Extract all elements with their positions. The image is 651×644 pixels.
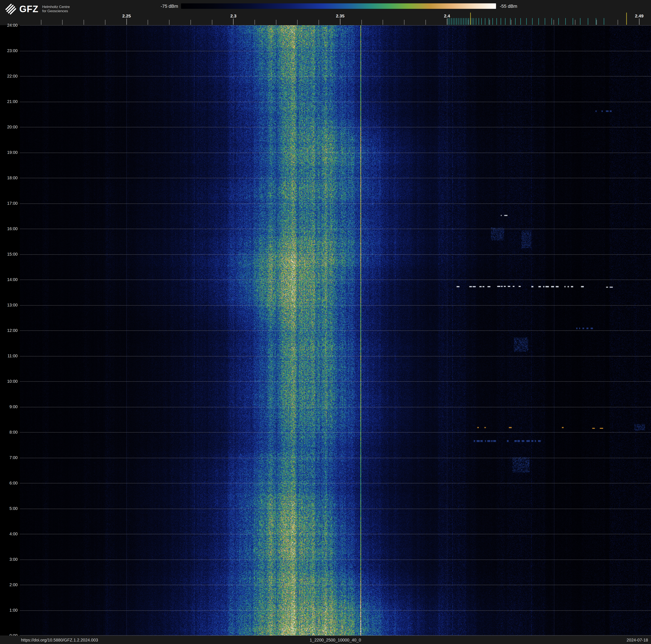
frequency-minor-tick — [596, 20, 597, 25]
frequency-tick-label: 2.4 — [444, 13, 450, 19]
frequency-major-tick — [639, 19, 640, 25]
doi-link[interactable]: https://doi.org/10.5880/GFZ.1.2.2024.003 — [21, 638, 98, 642]
frequency-minor-tick — [169, 20, 169, 25]
frequency-axis: 2.252.32.352.42.49 — [20, 0, 651, 25]
rfi-marker-tick — [505, 18, 505, 25]
frequency-tick-label: 2.35 — [336, 13, 344, 19]
time-tick-label: 14:00 — [7, 277, 18, 282]
time-tick-label: 19:00 — [7, 150, 18, 155]
time-tick-label: 12:00 — [7, 328, 18, 333]
rfi-marker-tick — [463, 18, 464, 25]
frequency-minor-tick — [212, 20, 212, 25]
rfi-marker-tick — [545, 18, 545, 25]
time-tick-label: 22:00 — [7, 74, 18, 79]
rfi-marker-tick — [532, 18, 533, 25]
rfi-marker-tick — [515, 18, 516, 25]
rfi-marker-tick — [558, 18, 559, 25]
rfi-marker-tick — [510, 18, 510, 25]
frequency-minor-tick — [190, 20, 191, 25]
time-tick-label: 16:00 — [7, 226, 18, 231]
time-tick-label: 15:00 — [7, 252, 18, 257]
spectrogram-plot — [20, 25, 651, 636]
time-tick-label: 6:00 — [9, 481, 18, 486]
frequency-minor-tick — [404, 20, 404, 25]
frequency-minor-tick — [148, 20, 148, 25]
frequency-minor-tick — [362, 20, 362, 25]
rfi-marker-tick — [596, 18, 596, 25]
rfi-marker-tick — [485, 18, 485, 25]
frequency-minor-tick — [383, 20, 383, 25]
rfi-marker-tick-strong — [470, 12, 471, 25]
frequency-major-tick — [233, 19, 234, 25]
rfi-marker-tick — [453, 18, 454, 25]
frequency-tick-label: 2.49 — [635, 13, 644, 19]
time-tick-label: 9:00 — [9, 404, 18, 409]
rfi-marker-tick — [473, 18, 474, 25]
rfi-marker-tick — [552, 18, 552, 25]
frequency-minor-tick — [618, 20, 618, 25]
rfi-marker-tick — [565, 18, 566, 25]
rfi-marker-tick — [501, 18, 501, 25]
rfi-marker-tick — [588, 18, 588, 25]
time-tick-label: 20:00 — [7, 125, 18, 129]
rfi-marker-tick — [462, 18, 462, 25]
time-tick-label: 24:00 — [7, 23, 18, 28]
time-tick-label: 10:00 — [7, 379, 18, 384]
frequency-minor-tick — [575, 20, 576, 25]
time-tick-label: 4:00 — [9, 531, 18, 536]
rfi-marker-tick — [458, 18, 459, 25]
time-tick-label: 2:00 — [9, 582, 18, 587]
spectrogram-page: GFZ Helmholtz Centre for Geosciences -75… — [0, 0, 651, 644]
rfi-marker-tick — [467, 18, 467, 25]
dataset-id: 1_2200_2500_10000_40_0 — [310, 638, 361, 642]
frequency-minor-tick — [254, 20, 255, 25]
time-tick-label: 17:00 — [7, 201, 18, 206]
rfi-marker-tick — [476, 18, 476, 25]
frequency-minor-tick — [554, 20, 554, 25]
rfi-marker-tick — [573, 18, 573, 25]
rfi-marker-tick — [455, 18, 455, 25]
rfi-marker-tick — [489, 18, 489, 25]
frequency-major-tick — [340, 19, 340, 25]
footer-bar: https://doi.org/10.5880/GFZ.1.2.2024.003… — [0, 636, 651, 644]
frequency-minor-tick — [41, 20, 41, 25]
rfi-marker-tick — [450, 18, 450, 25]
time-tick-label: 21:00 — [7, 99, 18, 104]
time-tick-label: 8:00 — [9, 430, 18, 435]
rfi-marker-tick — [472, 18, 472, 25]
time-tick-label: 1:00 — [9, 608, 18, 613]
time-tick-label: 7:00 — [9, 455, 18, 460]
frequency-minor-tick — [105, 20, 105, 25]
frequency-minor-tick — [511, 20, 512, 25]
rfi-marker-tick — [496, 18, 497, 25]
rfi-marker-tick — [478, 18, 479, 25]
time-tick-label: 3:00 — [9, 557, 18, 562]
frequency-minor-tick — [318, 20, 319, 25]
time-tick-label: 13:00 — [7, 303, 18, 308]
rfi-marker-tick — [481, 18, 482, 25]
rfi-marker-tick — [460, 18, 460, 25]
rfi-marker-tick — [538, 18, 539, 25]
rfi-marker-tick — [526, 18, 527, 25]
frequency-tick-label: 2.25 — [122, 13, 131, 19]
spectrogram-canvas — [20, 25, 651, 636]
rfi-marker-tick — [465, 18, 465, 25]
frequency-minor-tick — [276, 20, 276, 25]
rfi-marker-tick — [604, 18, 604, 25]
frequency-minor-tick — [297, 20, 298, 25]
footer-date: 2024-07-18 — [627, 638, 648, 642]
rfi-marker-tick — [520, 18, 521, 25]
rfi-marker-tick — [580, 18, 581, 25]
time-axis: 24:0023:0022:0021:0020:0019:0018:0017:00… — [0, 0, 20, 644]
rfi-marker-tick — [456, 18, 457, 25]
frequency-minor-tick — [426, 20, 426, 25]
frequency-minor-tick — [62, 20, 63, 25]
frequency-minor-tick — [490, 20, 490, 25]
frequency-minor-tick — [84, 20, 84, 25]
time-tick-label: 18:00 — [7, 176, 18, 180]
rfi-marker-tick — [468, 18, 469, 25]
rfi-marker-tick-strong — [626, 12, 627, 25]
frequency-tick-label: 2.3 — [230, 13, 237, 19]
rfi-marker-tick — [492, 18, 493, 25]
frequency-major-tick — [447, 19, 447, 25]
